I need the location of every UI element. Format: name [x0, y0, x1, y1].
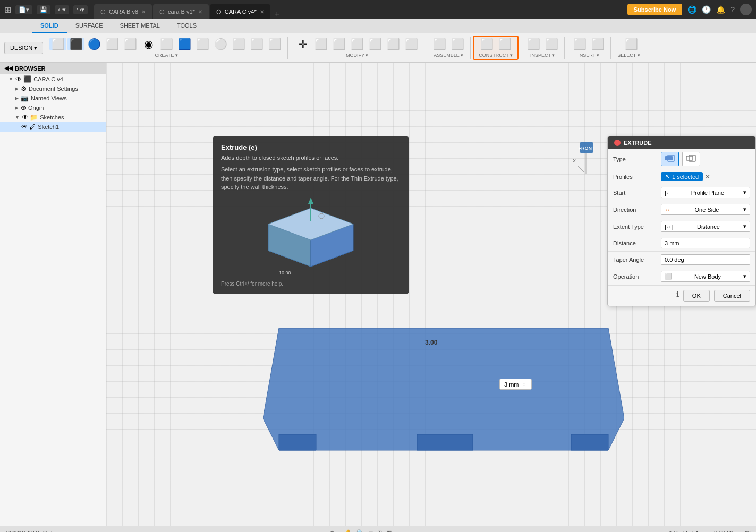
extent-arrow: ▾	[743, 223, 746, 230]
sidebar-item-sketches[interactable]: ▼ 👁 📁 Sketches	[0, 113, 106, 122]
revolve-btn[interactable]: 🔵	[86, 38, 103, 50]
scale-btn[interactable]: ⬜	[385, 38, 402, 50]
add-comment-btn[interactable]: ⊕	[43, 529, 47, 532]
tab-cara-c-v4[interactable]: ⬡ CARA C v4* ✕	[210, 4, 270, 19]
panel-label-taper-angle: Taper Angle	[613, 256, 661, 263]
joint-btn[interactable]: ⬜	[431, 38, 448, 50]
grid-icon[interactable]: ⊞	[377, 529, 382, 532]
tab-cara-b-v8[interactable]: ⬡ CARA B v8 ✕	[94, 4, 152, 19]
sidebar-item-doc-settings[interactable]: ▶ ⚙ Document Settings	[0, 84, 106, 93]
taper-angle-input[interactable]	[661, 254, 750, 265]
sidebar-item-named-views[interactable]: ▶ 📷 Named Views	[0, 93, 106, 103]
direction-select[interactable]: ↔ One Side ▾	[661, 204, 750, 215]
status-bar: COMMENTS ⊕ | ⊕→ ✋ 🔍 ◻ ⊞ ▦ 1 Profile | Ar…	[0, 526, 756, 532]
ok-button[interactable]: OK	[683, 290, 710, 302]
tab-close-2[interactable]: ✕	[260, 9, 264, 15]
insert-mid-btn[interactable]: ⬜	[589, 38, 606, 50]
clear-profiles-btn[interactable]: ✕	[705, 173, 710, 181]
tab-cara-b-v1[interactable]: ⬡ cara B v1* ✕	[153, 4, 209, 19]
tab-tools[interactable]: TOOLS	[168, 19, 205, 33]
insert-group: ⬜ ⬜ INSERT ▾	[567, 37, 611, 59]
distance-input[interactable]	[661, 238, 750, 248]
panel-label-extent-type: Extent Type	[613, 224, 661, 230]
subscribe-button[interactable]: Subscribe Now	[627, 4, 682, 15]
orbit-icon[interactable]: ⊕→	[330, 529, 341, 532]
push-pull-btn[interactable]: ⬜	[312, 38, 329, 50]
operation-arrow: ▾	[743, 273, 746, 280]
insert-btn[interactable]: ⬜	[571, 38, 588, 50]
panel-row-distance: Distance	[608, 235, 755, 252]
sweep-btn[interactable]: ⬜	[104, 38, 121, 50]
distance-overlay[interactable]: 3 mm ⋮	[499, 379, 532, 390]
undo-btn[interactable]: ↩▾	[55, 5, 69, 14]
sidebar-item-sketch1[interactable]: 👁 🖊 Sketch1	[0, 122, 106, 132]
mirror-btn[interactable]: ⬜	[230, 38, 247, 50]
redo-btn[interactable]: ↪▾	[73, 5, 88, 14]
assemble-label[interactable]: ASSEMBLE ▾	[431, 53, 466, 58]
cancel-button[interactable]: Cancel	[714, 290, 750, 302]
tab-close-0[interactable]: ✕	[141, 9, 146, 15]
sidebar-item-origin[interactable]: ▶ ⊕ Origin	[0, 103, 106, 113]
as-built-btn[interactable]: ⬜	[449, 38, 466, 50]
select-btn[interactable]: ⬜	[623, 38, 640, 50]
sidebar-header[interactable]: ◀◀ BROWSER	[0, 63, 106, 74]
extrude-btn[interactable]: ⬛	[67, 38, 84, 50]
origin-icon: ⊕	[21, 104, 26, 111]
distance-menu-icon[interactable]: ⋮	[521, 381, 527, 388]
select-label[interactable]: SELECT ▾	[617, 53, 640, 58]
combine-btn[interactable]: ⬜	[403, 38, 420, 50]
measure-btn[interactable]: ⬜	[525, 38, 542, 50]
sidebar-item-cara[interactable]: ▼ 👁 ⬛ CARA C v4	[0, 74, 106, 84]
help-icon[interactable]: ?	[730, 5, 735, 14]
file-btn[interactable]: 📄▾	[15, 5, 32, 14]
operation-value: New Body	[694, 273, 721, 280]
insert-label[interactable]: INSERT ▾	[571, 53, 606, 58]
box-btn[interactable]: 🟦	[176, 38, 193, 50]
fillet-btn[interactable]: ⬜	[330, 38, 347, 50]
start-select[interactable]: |← Profile Plane ▾	[661, 187, 750, 198]
tab-sheet-metal[interactable]: SHEET METAL	[112, 19, 168, 33]
sphere-btn[interactable]: ⚪	[212, 38, 229, 50]
thicken-btn[interactable]: ⬜	[266, 38, 283, 50]
hole-btn[interactable]: ◉	[140, 38, 157, 50]
design-button[interactable]: DESIGN ▾	[4, 42, 43, 54]
extent-type-select[interactable]: |↔| Distance ▾	[661, 221, 750, 232]
extrude-type-btn2[interactable]	[682, 152, 700, 166]
save-btn[interactable]: 💾	[37, 5, 50, 14]
create-label[interactable]: CREATE ▾	[49, 53, 283, 58]
extrude-type-btn1[interactable]	[661, 152, 679, 166]
add-tab-btn[interactable]: +	[271, 10, 283, 19]
cylinder-btn[interactable]: ⬜	[194, 38, 211, 50]
pattern-btn[interactable]: ⬜	[248, 38, 265, 50]
move-btn[interactable]: ✛	[294, 38, 311, 50]
canvas-area[interactable]: Z X FRONT 3.00 3 mm ⋮ Extrude (e) Adds d…	[106, 63, 756, 526]
zoom-icon[interactable]: 🔍	[356, 529, 364, 532]
construct-mid-btn[interactable]: ⬜	[496, 38, 513, 50]
offset-plane-btn[interactable]: ⬜	[478, 38, 495, 50]
sketch1-icon: 👁 🖊	[21, 123, 36, 131]
construct-label[interactable]: CONSTRUCT ▾	[478, 53, 513, 58]
inspect-mid-btn[interactable]: ⬜	[543, 38, 560, 50]
new-component-btn[interactable]: ⬜	[49, 38, 66, 50]
bell-icon[interactable]: 🔔	[716, 5, 725, 14]
clock-icon[interactable]: 🕐	[702, 5, 711, 14]
user-avatar[interactable]	[740, 4, 752, 15]
operation-select[interactable]: ⬜ New Body ▾	[661, 271, 750, 282]
modify-label[interactable]: MODIFY ▾	[294, 53, 420, 58]
inspect-label[interactable]: INSPECT ▾	[525, 53, 560, 58]
tab-solid[interactable]: SOLID	[32, 19, 67, 33]
fit-view-icon[interactable]: ◻	[368, 529, 373, 532]
profiles-badge[interactable]: ↖ 1 selected	[661, 172, 703, 181]
thread-btn[interactable]: ⬜	[158, 38, 175, 50]
view-icon[interactable]: ▦	[386, 529, 392, 532]
create-group: ⬜ ⬛ 🔵 ⬜ ⬜ ◉ ⬜	[45, 37, 288, 59]
tab-close-1[interactable]: ✕	[198, 9, 202, 15]
waffle-icon[interactable]: ⊞	[4, 5, 11, 15]
tab-surface[interactable]: SURFACE	[67, 19, 112, 33]
pan-icon[interactable]: ✋	[345, 529, 352, 532]
globe-icon[interactable]: 🌐	[687, 5, 696, 14]
loft-btn[interactable]: ⬜	[122, 38, 139, 50]
shell-btn[interactable]: ⬜	[367, 38, 384, 50]
info-icon[interactable]: ℹ	[676, 290, 679, 302]
chamfer-btn[interactable]: ⬜	[349, 38, 366, 50]
